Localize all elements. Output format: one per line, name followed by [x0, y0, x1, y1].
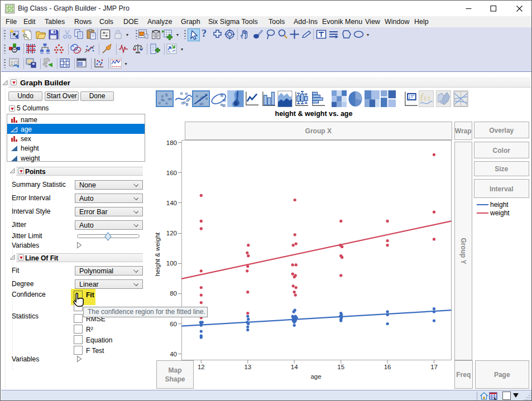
svg-text:age: age [310, 373, 321, 380]
svg-text:16: 16 [384, 364, 391, 370]
svg-text:80: 80 [170, 290, 177, 297]
svg-text:12: 12 [198, 364, 205, 370]
svg-text:14: 14 [291, 364, 298, 370]
svg-text:160: 160 [166, 170, 177, 176]
svg-text:120: 120 [166, 230, 177, 236]
svg-text:40: 40 [170, 351, 177, 357]
svg-text:17: 17 [430, 364, 438, 370]
svg-text:60: 60 [170, 321, 177, 327]
svg-text:100: 100 [166, 260, 177, 267]
svg-text:140: 140 [166, 200, 177, 206]
svg-text:height & weight: height & weight [154, 232, 161, 276]
svg-text:13: 13 [244, 364, 251, 370]
svg-text:15: 15 [337, 364, 344, 370]
svg-text:180: 180 [166, 139, 177, 146]
